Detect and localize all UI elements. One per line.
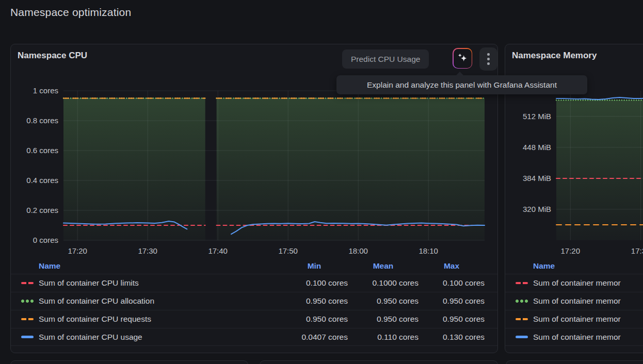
partial-panel-bottom-middle (260, 360, 498, 364)
value-mean: 0.950 cores (348, 315, 419, 324)
legend-header-name[interactable]: Name (39, 261, 281, 271)
series-name-allocation[interactable]: Sum of container CPU allocation (39, 296, 281, 306)
legend-row-memory-limits: Sum of container memor (505, 274, 643, 292)
value-mean: 0.950 cores (348, 296, 419, 306)
value-max: 0.950 cores (419, 296, 485, 306)
tooltip-arrow (456, 72, 464, 76)
svg-text:0 cores: 0 cores (33, 236, 58, 244)
series-marker-requests (516, 318, 528, 321)
value-min: 0.0407 cores (281, 333, 348, 342)
value-mean: 0.110 cores (348, 333, 419, 342)
tooltip-text: Explain and analyze this panel with Graf… (367, 80, 557, 90)
svg-text:0.2 cores: 0.2 cores (26, 206, 58, 214)
memory-legend-table: Name Sum of container memor Sum of conta… (505, 258, 643, 346)
cpu-legend-table: Name Min Mean Max Sum of container CPU l… (11, 258, 497, 346)
svg-text:17:30: 17:30 (138, 246, 157, 255)
svg-text:320 MiB: 320 MiB (523, 205, 551, 213)
svg-text:512 MiB: 512 MiB (523, 112, 551, 121)
cpu-legend-header-row: Name Min Mean Max (11, 258, 497, 274)
svg-text:1 cores: 1 cores (33, 86, 58, 95)
legend-row-cpu-usage: Sum of container CPU usage 0.0407 cores … (11, 328, 497, 346)
series-marker-allocation (21, 300, 34, 303)
legend-row-cpu-allocation: Sum of container CPU allocation 0.950 co… (11, 292, 497, 310)
series-name[interactable]: Sum of container memor (533, 296, 643, 306)
value-min: 0.950 cores (281, 315, 348, 324)
partial-panel-bottom-left (10, 360, 248, 364)
svg-text:17:30: 17:30 (631, 246, 643, 255)
svg-text:17:20: 17:20 (68, 246, 87, 255)
series-marker-usage (516, 336, 528, 338)
partial-panel-bottom-right (506, 360, 643, 364)
page-title: Namespace optimization (10, 6, 131, 19)
svg-text:384 MiB: 384 MiB (523, 174, 551, 183)
assistant-tooltip: Explain and analyze this panel with Graf… (336, 75, 587, 94)
series-marker-allocation (516, 300, 528, 303)
value-max: 0.950 cores (419, 315, 485, 324)
series-marker-limits (516, 282, 528, 285)
series-name[interactable]: Sum of container memor (533, 333, 643, 342)
svg-text:18:00: 18:00 (348, 246, 368, 255)
series-marker-usage (21, 336, 34, 338)
svg-text:0.8 cores: 0.8 cores (26, 116, 58, 125)
legend-row-memory-requests: Sum of container memor (505, 310, 643, 328)
legend-row-cpu-limits: Sum of container CPU limits 0.100 cores … (11, 274, 497, 292)
series-name[interactable]: Sum of container memor (533, 278, 643, 288)
series-name-requests[interactable]: Sum of container CPU requests (39, 315, 281, 324)
legend-header-name[interactable]: Name (533, 261, 643, 271)
svg-text:0.6 cores: 0.6 cores (26, 146, 58, 155)
legend-row-memory-usage: Sum of container memor (505, 328, 643, 346)
value-min: 0.100 cores (281, 278, 348, 288)
value-mean: 0.1000 cores (348, 278, 419, 288)
legend-header-mean[interactable]: Mean (348, 261, 419, 271)
series-name-limits[interactable]: Sum of container CPU limits (39, 278, 281, 288)
legend-header-min[interactable]: Min (281, 261, 348, 271)
svg-text:17:40: 17:40 (208, 246, 228, 255)
value-max: 0.130 cores (419, 333, 485, 342)
memory-legend-header-row: Name (505, 258, 643, 274)
value-min: 0.950 cores (281, 296, 348, 306)
legend-row-cpu-requests: Sum of container CPU requests 0.950 core… (11, 310, 497, 328)
legend-header-max[interactable]: Max (419, 261, 485, 271)
svg-text:17:20: 17:20 (560, 246, 580, 255)
svg-text:0.4 cores: 0.4 cores (26, 176, 58, 185)
series-marker-limits (21, 282, 34, 285)
series-name-usage[interactable]: Sum of container CPU usage (39, 333, 281, 342)
svg-text:448 MiB: 448 MiB (523, 143, 551, 152)
value-max: 0.100 cores (419, 278, 485, 288)
svg-text:18:10: 18:10 (419, 246, 438, 255)
series-marker-requests (21, 318, 34, 321)
svg-text:17:50: 17:50 (278, 246, 298, 255)
series-name[interactable]: Sum of container memor (533, 315, 643, 324)
legend-row-memory-allocation: Sum of container memor (505, 292, 643, 310)
